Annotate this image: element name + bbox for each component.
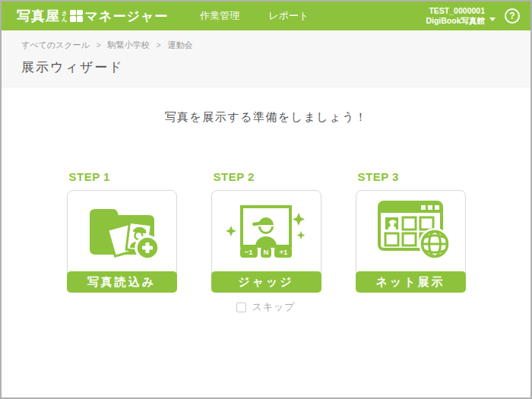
logo-text-suffix: マネージャー: [85, 8, 169, 25]
photo-tiles-icon: [70, 10, 83, 22]
logo-text-small: さ ん: [62, 11, 68, 23]
breadcrumb-all-schools[interactable]: すべてのスクール: [21, 40, 90, 51]
net-exhibit-button[interactable]: ネット展示: [356, 271, 466, 293]
step-3-column: STEP 3: [356, 170, 466, 314]
steps-row: STEP 1: [2, 170, 530, 314]
app-logo[interactable]: 写真屋 さ ん マネージャー: [17, 7, 168, 25]
nav-item-report[interactable]: レポート: [268, 9, 309, 23]
skip-label: スキップ: [252, 300, 295, 314]
help-button[interactable]: ?: [505, 8, 520, 24]
judge-photo-icon: −1 N +1: [212, 191, 321, 270]
wizard-content: 写真を展示する準備をしましょう！ STEP 1: [2, 87, 530, 314]
step-2-label: STEP 2: [214, 170, 321, 183]
account-id: TEST_0000001: [426, 6, 485, 17]
step-2-card-judge[interactable]: −1 N +1 ジャッジ: [211, 190, 321, 293]
photo-import-button[interactable]: 写真読込み: [67, 271, 177, 293]
top-bar: 写真屋 さ ん マネージャー 作業管理 レポート TEST_0000001 Di…: [2, 2, 530, 30]
step-1-column: STEP 1: [67, 170, 177, 314]
page-title: 展示ウィザード: [21, 59, 530, 76]
step-2-column: STEP 2: [211, 170, 321, 314]
account-menu[interactable]: TEST_0000001 DigiBook写真館: [426, 6, 496, 27]
account-text: TEST_0000001 DigiBook写真館: [426, 6, 485, 27]
badge-minus-one: −1: [240, 247, 258, 258]
skip-option[interactable]: スキップ: [211, 300, 321, 314]
app-window: 写真屋 さ ん マネージャー 作業管理 レポート TEST_0000001 Di…: [0, 0, 532, 399]
folder-photos-add-icon: [68, 191, 176, 270]
main-nav: 作業管理 レポート: [200, 9, 309, 23]
question-mark-icon: ?: [509, 11, 515, 21]
step-3-card-net-exhibit[interactable]: ネット展示: [356, 190, 466, 293]
logo-text-main: 写真屋: [17, 7, 60, 25]
step-1-card-photo-import[interactable]: 写真読込み: [67, 190, 177, 293]
breadcrumb-separator: >: [157, 41, 161, 49]
account-store-name: DigiBook写真館: [426, 16, 485, 27]
net-gallery-globe-icon: [356, 191, 465, 270]
breadcrumb-event[interactable]: 運動会: [168, 40, 193, 51]
step-3-label: STEP 3: [358, 170, 466, 183]
judge-button[interactable]: ジャッジ: [211, 271, 321, 293]
skip-checkbox[interactable]: [236, 302, 246, 312]
chevron-down-icon: [489, 17, 496, 21]
breadcrumb-separator: >: [97, 41, 101, 49]
nav-item-work-management[interactable]: 作業管理: [200, 9, 239, 23]
wizard-lead-text: 写真を展示する準備をしましょう！: [2, 110, 530, 125]
judge-score-badges: −1 N +1: [240, 247, 293, 258]
breadcrumb: すべてのスクール > 駒繋小学校 > 運動会: [21, 40, 530, 51]
breadcrumb-school[interactable]: 駒繋小学校: [108, 40, 150, 51]
badge-plus-one: +1: [274, 247, 292, 258]
badge-neutral: N: [261, 247, 272, 258]
header-right: TEST_0000001 DigiBook写真館 ?: [426, 6, 520, 27]
page-header: すべてのスクール > 駒繋小学校 > 運動会 展示ウィザード: [2, 30, 530, 87]
step-1-label: STEP 1: [69, 170, 177, 183]
